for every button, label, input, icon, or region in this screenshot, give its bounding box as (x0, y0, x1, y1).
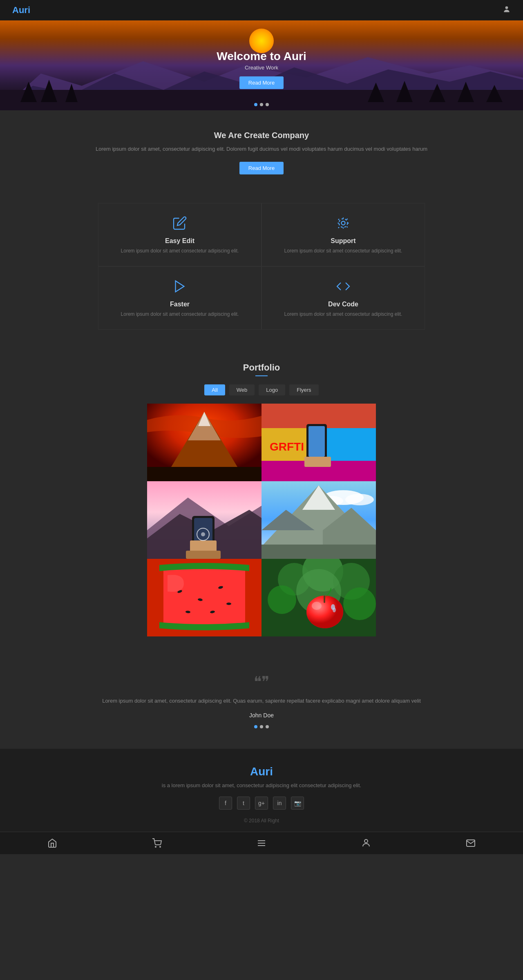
svg-point-63 (312, 602, 322, 610)
testimonial-dot-3[interactable] (266, 725, 269, 728)
svg-rect-28 (304, 457, 331, 467)
svg-rect-35 (186, 551, 221, 559)
portfolio-item-6[interactable] (262, 559, 376, 636)
footer-social: f t g+ in 📷 (0, 797, 523, 810)
portfolio-item-3[interactable] (147, 481, 262, 559)
svg-point-68 (160, 846, 161, 847)
features-section: Easy Edit Lorem ipsum dolor sit amet con… (0, 195, 523, 346)
about-text: Lorem ipsum dolor sit amet, consectetur … (82, 145, 441, 154)
dev-code-icon (278, 279, 408, 297)
svg-point-13 (339, 219, 348, 227)
svg-rect-22 (319, 428, 376, 461)
slider-dot-3[interactable] (266, 103, 269, 106)
svg-point-67 (155, 846, 156, 847)
navbar: Auri (0, 0, 523, 20)
slider-dot-2[interactable] (260, 103, 263, 106)
svg-point-37 (201, 532, 205, 536)
portfolio-filters: All Web Logo Flyers (0, 384, 523, 395)
faster-title: Faster (115, 301, 245, 308)
support-title: Support (278, 237, 408, 245)
footer-brand-a: A (250, 765, 258, 778)
portfolio-item-4[interactable] (262, 481, 376, 559)
hero-section: Welcome to Auri Creative Work Read More (0, 20, 523, 110)
hero-subtitle: Creative Work (217, 65, 306, 71)
testimonial-dots (82, 725, 441, 728)
filter-flyers[interactable]: Flyers (289, 384, 318, 395)
portfolio-title: Portfolio (0, 362, 523, 373)
svg-rect-46 (262, 545, 376, 559)
social-facebook[interactable]: f (219, 797, 232, 810)
feature-support: Support Lorem ipsum dolor sit amet conse… (262, 203, 425, 266)
svg-point-59 (343, 587, 376, 620)
support-text: Lorem ipsum dolor sit amet consectetur a… (278, 248, 408, 254)
about-section: We Are Create Company Lorem ipsum dolor … (0, 110, 523, 195)
easy-edit-icon (115, 216, 245, 233)
svg-point-58 (268, 585, 296, 614)
filter-all[interactable]: All (204, 384, 225, 395)
filter-logo[interactable]: Logo (259, 384, 285, 395)
portfolio-grid: GRFTI (147, 404, 376, 636)
svg-rect-18 (147, 467, 262, 481)
testimonial-section: ❝❞ Lorem ipsum dolor sit amet, consectet… (0, 653, 523, 749)
bottom-nav-user[interactable] (361, 838, 371, 848)
faster-text: Lorem ipsum dolor sit amet consectetur a… (115, 311, 245, 317)
svg-rect-3 (0, 90, 523, 110)
footer-brand-rest: uri (258, 765, 273, 778)
slider-dot-1[interactable] (254, 103, 257, 106)
bottom-nav-menu[interactable] (257, 838, 266, 848)
easy-edit-title: Easy Edit (115, 237, 245, 245)
social-twitter[interactable]: t (237, 797, 250, 810)
social-instagram[interactable]: 📷 (291, 797, 304, 810)
faster-icon (115, 279, 245, 297)
bottom-nav (0, 832, 523, 854)
social-google[interactable]: g+ (255, 797, 268, 810)
portfolio-section: Portfolio All Web Logo Flyers (0, 346, 523, 653)
svg-point-66 (333, 607, 336, 612)
svg-point-72 (364, 839, 368, 843)
feature-dev-code: Dev Code Lorem ipsum dolor sit amet cons… (262, 266, 425, 330)
hero-title: Welcome to Auri (217, 50, 306, 63)
dev-code-text: Lorem ipsum dolor sit amet consectetur a… (278, 311, 408, 317)
svg-point-53 (226, 603, 231, 605)
footer-brand: Auri (0, 765, 523, 778)
easy-edit-text: Lorem ipsum dolor sit amet consectetur a… (115, 248, 245, 254)
testimonial-author: John Doe (82, 712, 441, 719)
brand-name: uri (19, 5, 30, 15)
svg-rect-64 (324, 596, 325, 603)
bottom-nav-cart[interactable] (152, 838, 162, 848)
brand-letter-a: A (12, 5, 19, 15)
hero-content: Welcome to Auri Creative Work Read More (217, 50, 306, 89)
bottom-nav-home[interactable] (47, 838, 57, 848)
about-cta-button[interactable]: Read More (239, 162, 284, 174)
testimonial-dot-2[interactable] (260, 725, 263, 728)
social-linkedin[interactable]: in (273, 797, 286, 810)
portfolio-item-5[interactable] (147, 559, 262, 636)
footer-tagline: is a lorem ipsum dolor sit amet, consect… (0, 782, 523, 788)
testimonial-dot-1[interactable] (254, 725, 257, 728)
features-grid: Easy Edit Lorem ipsum dolor sit amet con… (98, 203, 425, 330)
hero-slider-dots (254, 103, 269, 106)
testimonial-text: Lorem ipsum dolor sit amet, consectetur … (82, 697, 441, 705)
footer: Auri is a lorem ipsum dolor sit amet, co… (0, 749, 523, 832)
hero-cta-button[interactable]: Read More (239, 76, 284, 89)
support-icon (278, 216, 408, 233)
portfolio-item-2[interactable]: GRFTI (262, 404, 376, 481)
filter-web[interactable]: Web (229, 384, 255, 395)
svg-text:GRFTI: GRFTI (270, 440, 304, 453)
portfolio-item-1[interactable] (147, 404, 262, 481)
navbar-brand[interactable]: Auri (12, 5, 30, 16)
footer-copyright: © 2018 All Right (0, 818, 523, 824)
quote-icon: ❝❞ (82, 673, 441, 690)
svg-marker-14 (176, 281, 184, 292)
feature-faster: Faster Lorem ipsum dolor sit amet consec… (98, 266, 262, 330)
about-title: We Are Create Company (82, 131, 441, 140)
navbar-user-icon[interactable] (503, 5, 511, 16)
feature-easy-edit: Easy Edit Lorem ipsum dolor sit amet con… (98, 203, 262, 266)
svg-point-12 (342, 221, 345, 225)
svg-point-0 (505, 6, 508, 9)
dev-code-title: Dev Code (278, 301, 408, 308)
bottom-nav-mail[interactable] (466, 838, 476, 848)
portfolio-divider (255, 375, 268, 376)
svg-point-40 (345, 494, 374, 505)
svg-rect-27 (308, 426, 325, 457)
